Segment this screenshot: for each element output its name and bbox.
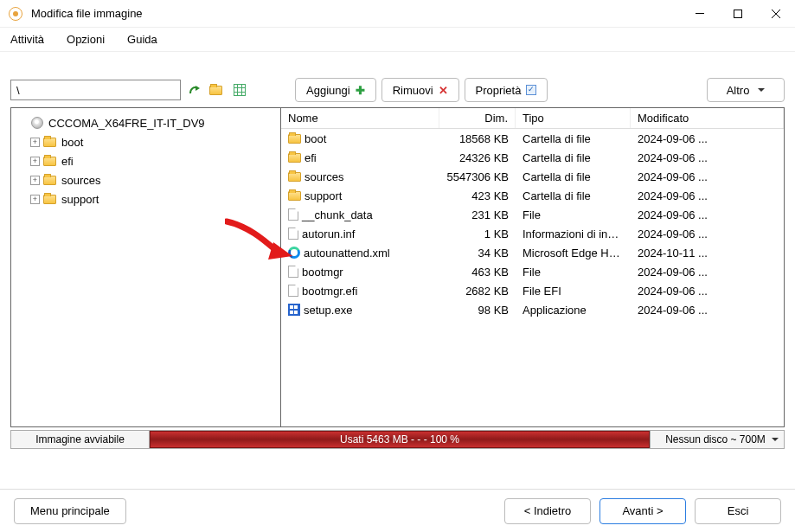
menu-options[interactable]: Opzioni bbox=[61, 29, 110, 49]
usage-bar: Usati 5463 MB - - - 100 % bbox=[150, 431, 650, 448]
file-modified: 2024-09-06 ... bbox=[631, 189, 784, 202]
exit-button[interactable]: Esci bbox=[695, 498, 781, 524]
footer: Menu principale < Indietro Avanti > Esci bbox=[0, 489, 795, 532]
folder-icon bbox=[43, 138, 56, 147]
file-modified: 2024-09-06 ... bbox=[631, 132, 784, 145]
tree-item[interactable]: +support bbox=[15, 189, 277, 208]
menubar: Attività Opzioni Guida bbox=[0, 28, 795, 52]
col-type[interactable]: Tipo bbox=[516, 108, 631, 128]
file-icon bbox=[288, 285, 298, 297]
col-name[interactable]: Nome bbox=[281, 108, 439, 128]
close-button[interactable] bbox=[757, 0, 795, 28]
chevron-down-icon bbox=[758, 88, 765, 95]
file-name: sources bbox=[305, 170, 344, 183]
list-item[interactable]: autorun.inf1 KBInformazioni di install..… bbox=[281, 224, 784, 243]
maximize-button[interactable] bbox=[719, 0, 757, 28]
folder-icon bbox=[288, 134, 301, 144]
file-modified: 2024-09-06 ... bbox=[631, 208, 784, 221]
file-type: Cartella di file bbox=[516, 132, 631, 145]
list-item[interactable]: boot18568 KBCartella di file2024-09-06 .… bbox=[281, 129, 784, 148]
list-item[interactable]: sources5547306 KBCartella di file2024-09… bbox=[281, 167, 784, 186]
back-button[interactable]: < Indietro bbox=[504, 498, 591, 524]
file-name: boot bbox=[305, 132, 326, 145]
file-name: support bbox=[305, 189, 342, 202]
window-controls bbox=[681, 0, 795, 28]
col-modified[interactable]: Modificato bbox=[631, 108, 784, 128]
tree-item-label: efi bbox=[61, 155, 74, 168]
file-size: 1 KB bbox=[439, 228, 516, 240]
tree-item[interactable]: +efi bbox=[15, 151, 277, 170]
navigation-icons bbox=[186, 81, 248, 99]
file-modified: 2024-09-06 ... bbox=[631, 228, 784, 240]
file-size: 5547306 KB bbox=[439, 170, 516, 183]
file-type: Applicazione bbox=[516, 304, 631, 317]
view-grid-icon[interactable] bbox=[231, 81, 248, 99]
open-folder-icon[interactable] bbox=[208, 81, 226, 99]
tree-panel[interactable]: CCCOMA_X64FRE_IT-IT_DV9 +boot+efi+source… bbox=[11, 108, 281, 426]
application-icon bbox=[288, 304, 300, 316]
file-type: Cartella di file bbox=[516, 170, 631, 183]
go-up-icon[interactable] bbox=[186, 81, 203, 99]
tree-item-label: support bbox=[61, 193, 99, 206]
file-size: 18568 KB bbox=[439, 132, 516, 145]
col-size[interactable]: Dim. bbox=[439, 108, 516, 128]
file-name: autounattend.xml bbox=[304, 247, 390, 260]
file-name: bootmgr.efi bbox=[302, 285, 357, 298]
file-type: Cartella di file bbox=[516, 189, 631, 202]
path-input[interactable]: \ bbox=[10, 80, 181, 100]
file-size: 423 KB bbox=[439, 189, 516, 202]
file-size: 2682 KB bbox=[439, 285, 516, 298]
list-item[interactable]: autounattend.xml34 KBMicrosoft Edge HTM.… bbox=[281, 243, 784, 262]
file-modified: 2024-09-06 ... bbox=[631, 266, 784, 279]
file-modified: 2024-09-06 ... bbox=[631, 285, 784, 298]
file-modified: 2024-09-06 ... bbox=[631, 170, 784, 183]
file-icon bbox=[288, 266, 298, 278]
file-modified: 2024-09-06 ... bbox=[631, 151, 784, 164]
file-name: efi bbox=[305, 151, 317, 164]
file-name: setup.exe bbox=[304, 304, 352, 317]
menu-activities[interactable]: Attività bbox=[5, 29, 49, 49]
plus-icon: ✚ bbox=[356, 84, 365, 97]
expand-icon[interactable]: + bbox=[30, 157, 40, 166]
folder-icon bbox=[288, 172, 301, 182]
file-size: 34 KB bbox=[439, 247, 516, 260]
file-icon bbox=[288, 208, 298, 221]
more-button[interactable]: Altro bbox=[707, 78, 785, 102]
list-body[interactable]: boot18568 KBCartella di file2024-09-06 .… bbox=[281, 129, 784, 426]
main-menu-button[interactable]: Menu principale bbox=[14, 498, 126, 524]
expand-icon[interactable]: + bbox=[30, 176, 40, 185]
list-item[interactable]: __chunk_data231 KBFile2024-09-06 ... bbox=[281, 205, 784, 224]
add-button[interactable]: Aggiungi✚ bbox=[295, 78, 376, 102]
check-icon bbox=[526, 85, 536, 95]
tree-root[interactable]: CCCOMA_X64FRE_IT-IT_DV9 bbox=[15, 113, 277, 132]
window-title: Modifica file immagine bbox=[31, 7, 143, 20]
file-name: __chunk_data bbox=[302, 208, 373, 221]
tree-item[interactable]: +sources bbox=[15, 170, 277, 189]
folder-icon bbox=[43, 176, 56, 185]
tree-root-label: CCCOMA_X64FRE_IT-IT_DV9 bbox=[48, 117, 205, 130]
folder-icon bbox=[43, 157, 56, 166]
properties-button[interactable]: Proprietà bbox=[465, 78, 548, 102]
remove-button[interactable]: Rimuovi✕ bbox=[381, 78, 459, 102]
list-item[interactable]: efi24326 KBCartella di file2024-09-06 ..… bbox=[281, 148, 784, 167]
file-modified: 2024-09-06 ... bbox=[631, 304, 784, 317]
tree-item[interactable]: +boot bbox=[15, 132, 277, 151]
file-type: Microsoft Edge HTM... bbox=[516, 247, 631, 260]
expand-icon[interactable]: + bbox=[30, 138, 40, 147]
list-item[interactable]: setup.exe98 KBApplicazione2024-09-06 ... bbox=[281, 300, 784, 319]
file-size: 231 KB bbox=[439, 208, 516, 221]
file-name: autorun.inf bbox=[302, 228, 355, 240]
next-button[interactable]: Avanti > bbox=[599, 498, 686, 524]
expand-icon[interactable]: + bbox=[30, 195, 40, 204]
file-list-panel: Nome Dim. Tipo Modificato boot18568 KBCa… bbox=[281, 108, 784, 426]
file-type: Informazioni di install... bbox=[516, 228, 631, 240]
tree-item-label: boot bbox=[61, 136, 83, 149]
minimize-button[interactable] bbox=[681, 0, 719, 28]
app-icon bbox=[9, 7, 22, 21]
statusbar: Immagine avviabile Usati 5463 MB - - - 1… bbox=[10, 430, 785, 449]
list-item[interactable]: bootmgr.efi2682 KBFile EFI2024-09-06 ... bbox=[281, 281, 784, 300]
list-item[interactable]: support423 KBCartella di file2024-09-06 … bbox=[281, 186, 784, 205]
list-item[interactable]: bootmgr463 KBFile2024-09-06 ... bbox=[281, 262, 784, 281]
menu-help[interactable]: Guida bbox=[122, 29, 163, 49]
disc-selector[interactable]: Nessun disco ~ 700M bbox=[650, 431, 784, 448]
